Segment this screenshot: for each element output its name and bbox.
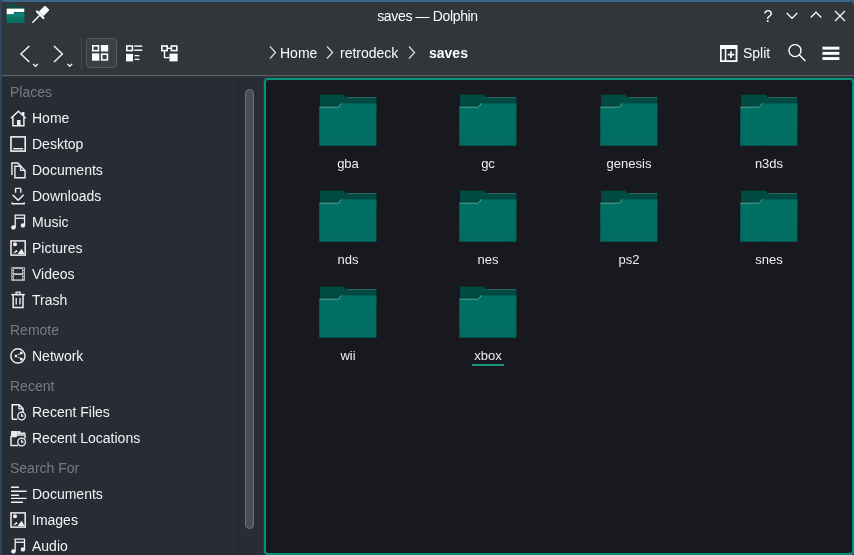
svg-text:?: ? xyxy=(764,8,773,25)
